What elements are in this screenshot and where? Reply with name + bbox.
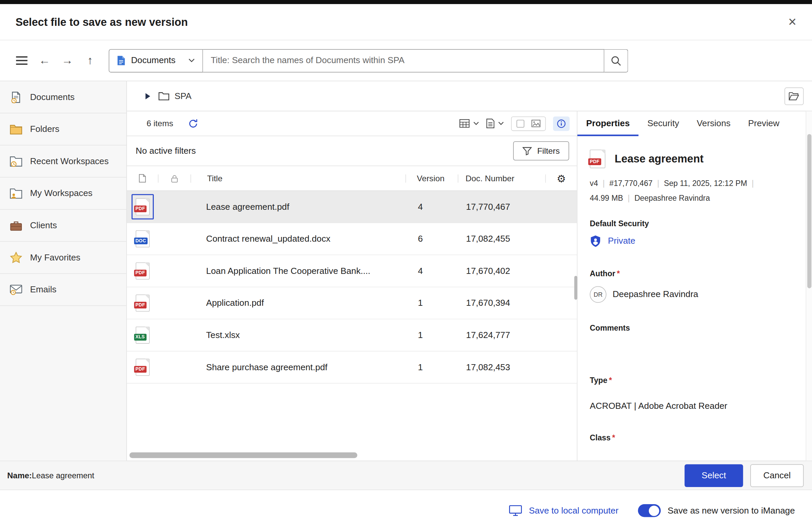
- expand-caret-icon[interactable]: [145, 93, 150, 99]
- tab-properties[interactable]: Properties: [577, 112, 638, 136]
- search-button[interactable]: [605, 49, 628, 72]
- table-view-button[interactable]: [460, 119, 479, 128]
- meta-doc-number: #17,770,467: [609, 179, 653, 187]
- document-view-button[interactable]: [486, 118, 504, 128]
- refresh-button[interactable]: [188, 118, 198, 129]
- sidebar-item-label: My Workspaces: [30, 188, 92, 199]
- forward-arrow-icon: →: [61, 54, 73, 67]
- tab-versions[interactable]: Versions: [688, 112, 739, 136]
- info-panel-toggle[interactable]: [553, 116, 569, 131]
- row-version: 4: [407, 266, 459, 276]
- filters-button[interactable]: Filters: [513, 141, 569, 160]
- table-view-icon: [460, 119, 470, 128]
- back-button[interactable]: ←: [35, 51, 54, 70]
- checkbox-icon[interactable]: [516, 119, 524, 128]
- sidebar-item-clients[interactable]: Clients: [0, 210, 126, 242]
- content-body: 6 items: [127, 112, 812, 461]
- pdf-file-icon: PDF: [135, 263, 149, 280]
- sidebar-item-label: Documents: [30, 92, 75, 102]
- xls-file-icon: XLS: [135, 327, 149, 344]
- table-row[interactable]: PDF Loan Application The Cooperative Ban…: [127, 255, 577, 287]
- document-view-icon: [486, 118, 495, 128]
- email-envelope-icon: [10, 284, 23, 295]
- table-row[interactable]: XLS Test.xlsx 1 17,624,777: [127, 319, 577, 351]
- version-column-header[interactable]: Version: [406, 174, 458, 183]
- lock-column-header[interactable]: [159, 174, 191, 182]
- save-options-bar: Save to local computer Save as new versi…: [0, 490, 812, 531]
- class-label: Class*: [590, 433, 796, 442]
- author-label: Author*: [590, 269, 796, 278]
- document-scope-icon: [117, 55, 125, 66]
- forward-button[interactable]: →: [58, 51, 77, 70]
- column-settings-button[interactable]: ⚙: [546, 172, 577, 185]
- sidebar: Documents Folders Recent Workspaces: [0, 81, 127, 460]
- table-row[interactable]: DOC Contract renewal_updated.docx 6 17,0…: [127, 223, 577, 255]
- row-title: Loan Application The Cooperative Bank...…: [190, 266, 407, 276]
- required-asterisk: *: [617, 269, 620, 278]
- main-area: Documents Folders Recent Workspaces: [0, 81, 812, 460]
- required-asterisk: *: [612, 433, 615, 442]
- search-scope-dropdown[interactable]: Documents: [109, 49, 203, 72]
- pdf-file-icon: PDF: [135, 359, 149, 376]
- sidebar-item-recent-workspaces[interactable]: Recent Workspaces: [0, 145, 126, 178]
- menu-button[interactable]: [12, 51, 31, 70]
- file-type-column-header[interactable]: [127, 174, 158, 182]
- title-column-header[interactable]: Title: [191, 174, 405, 183]
- selected-file-name: Name:Lease agreement: [8, 471, 95, 480]
- row-version: 6: [407, 234, 459, 244]
- sidebar-item-documents[interactable]: Documents: [0, 81, 126, 114]
- sidebar-item-my-favorites[interactable]: My Favorites: [0, 242, 126, 274]
- doc-file-icon: DOC: [135, 230, 149, 247]
- refresh-icon: [188, 118, 198, 129]
- sidebar-item-label: Emails: [30, 284, 56, 295]
- display-options-group: [511, 116, 546, 131]
- thumbnail-image-icon[interactable]: [531, 119, 541, 127]
- up-button[interactable]: ↑: [81, 51, 100, 70]
- document-heading: PDF Lease agreement: [590, 150, 796, 168]
- open-folder-button[interactable]: [784, 87, 803, 105]
- table-row[interactable]: PDF Application.pdf 1 17,670,394: [127, 287, 577, 320]
- view-controls: [460, 116, 569, 131]
- properties-content: PDF Lease agreement v4|#17,770,467|Sep 1…: [577, 136, 806, 461]
- row-version: 1: [407, 330, 459, 340]
- toggle-knob: [649, 505, 659, 516]
- table-row[interactable]: PDF Share purchase agreement.pdf 1 17,08…: [127, 351, 577, 384]
- vertical-scrollbar[interactable]: [806, 112, 812, 461]
- chevron-down-icon: [188, 58, 195, 62]
- panel-tabs: Properties Security Versions Preview: [577, 112, 806, 136]
- row-title: Test.xlsx: [190, 330, 407, 340]
- breadcrumb-folder-icon: [159, 92, 169, 100]
- save-to-local-link[interactable]: Save to local computer: [509, 505, 618, 516]
- chevron-down-icon: [498, 121, 504, 125]
- author-name: Deepashree Ravindra: [612, 289, 698, 300]
- security-value[interactable]: Private: [608, 236, 635, 246]
- save-as-new-version-label: Save as new version to iManage: [668, 505, 795, 516]
- doc-number-column-header[interactable]: Doc. Number: [459, 174, 545, 183]
- sidebar-item-label: Clients: [30, 220, 57, 231]
- meta-modified-by: Deepashree Ravindra: [634, 194, 710, 202]
- properties-pane: Properties Security Versions Preview PDF…: [577, 112, 806, 461]
- meta-version: v4: [590, 179, 598, 187]
- sidebar-item-my-workspaces[interactable]: My Workspaces: [0, 178, 126, 210]
- tab-security[interactable]: Security: [638, 112, 688, 136]
- search-input[interactable]: [203, 49, 604, 72]
- vertical-scrollbar-thumb[interactable]: [807, 134, 811, 288]
- tab-preview[interactable]: Preview: [739, 112, 788, 136]
- author-row: DR Deepashree Ravindra: [590, 286, 796, 303]
- pdf-file-icon: PDF: [135, 294, 149, 311]
- horizontal-scrollbar[interactable]: [128, 453, 573, 459]
- back-arrow-icon: ←: [39, 54, 50, 67]
- clients-briefcase-icon: [10, 219, 23, 232]
- sidebar-item-folders[interactable]: Folders: [0, 114, 126, 146]
- sidebar-item-emails[interactable]: Emails: [0, 274, 126, 306]
- breadcrumb-folder-name[interactable]: SPA: [175, 91, 192, 101]
- horizontal-scrollbar-thumb[interactable]: [130, 453, 357, 458]
- pane-resize-handle[interactable]: [574, 276, 577, 300]
- cancel-button[interactable]: Cancel: [750, 464, 803, 487]
- shield-private-icon: [590, 235, 601, 247]
- save-as-new-version-toggle[interactable]: [638, 504, 661, 517]
- select-button[interactable]: Select: [684, 464, 743, 487]
- table-row[interactable]: PDF Lease agreement.pdf 4 17,770,467: [127, 191, 577, 223]
- content-area: SPA 6 items: [127, 81, 812, 460]
- close-icon[interactable]: ×: [788, 15, 796, 29]
